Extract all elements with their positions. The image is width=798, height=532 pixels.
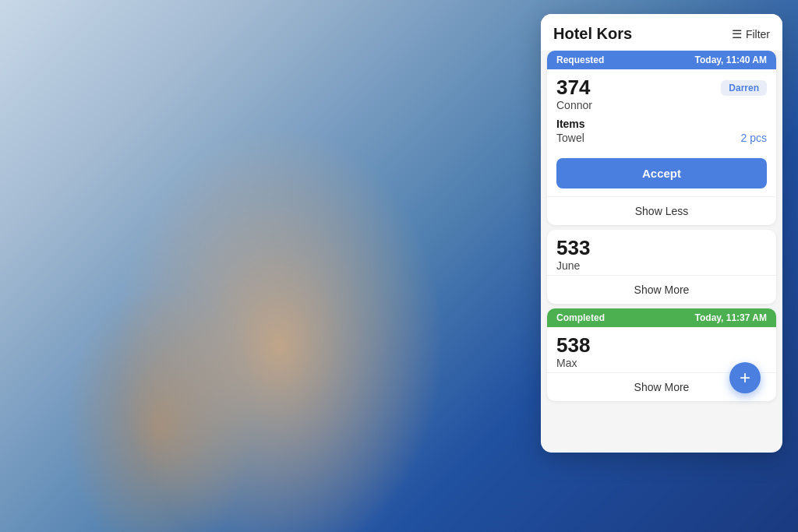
items-label: Items bbox=[556, 118, 767, 130]
card-body-june: 533 June bbox=[547, 230, 776, 275]
filter-label: Filter bbox=[746, 28, 770, 41]
status-timestamp-completed: Today, 11:37 AM bbox=[695, 312, 767, 323]
guest-name-june: June bbox=[556, 259, 767, 272]
status-timestamp: Today, 11:40 AM bbox=[695, 55, 767, 65]
item-row: Towel 2 pcs bbox=[556, 132, 767, 144]
hotel-panel: Hotel Kors ☰ Filter Requested Today, 11:… bbox=[541, 14, 782, 453]
show-less-button[interactable]: Show Less bbox=[547, 196, 776, 225]
filter-icon: ☰ bbox=[732, 27, 742, 41]
room-info: 374 Connor bbox=[556, 77, 592, 111]
status-label: Requested bbox=[556, 55, 604, 65]
panel-header: Hotel Kors ☰ Filter bbox=[541, 14, 782, 51]
items-section: Items Towel 2 pcs bbox=[556, 118, 767, 144]
status-bar-completed: Completed Today, 11:37 AM bbox=[547, 308, 776, 327]
room-number-completed: 538 bbox=[556, 335, 767, 355]
card-body: 374 Connor Darren Items Towel 2 pcs bbox=[547, 69, 776, 152]
item-qty: 2 pcs bbox=[741, 132, 767, 144]
show-more-button-june[interactable]: Show More bbox=[547, 275, 776, 304]
fab-button[interactable]: + bbox=[729, 362, 761, 393]
filter-button[interactable]: ☰ Filter bbox=[732, 27, 770, 41]
cards-list: Requested Today, 11:40 AM 374 Connor Dar… bbox=[541, 51, 782, 407]
item-name: Towel bbox=[556, 132, 584, 144]
card-june: 533 June Show More bbox=[547, 230, 776, 304]
guest-name: Connor bbox=[556, 99, 592, 111]
accept-button[interactable]: Accept bbox=[556, 158, 767, 188]
status-label-completed: Completed bbox=[556, 312, 605, 323]
assignee-badge: Darren bbox=[721, 80, 767, 96]
status-bar-requested: Requested Today, 11:40 AM bbox=[547, 51, 776, 69]
room-number: 374 bbox=[556, 77, 592, 97]
card-requested: Requested Today, 11:40 AM 374 Connor Dar… bbox=[547, 51, 776, 225]
panel-title: Hotel Kors bbox=[553, 25, 632, 43]
room-row: 374 Connor Darren bbox=[556, 77, 767, 111]
room-number-june: 533 bbox=[556, 238, 767, 258]
